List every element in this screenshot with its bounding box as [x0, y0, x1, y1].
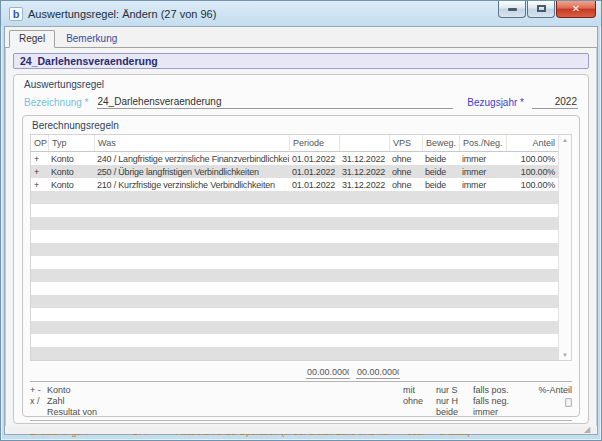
table-scrollbar[interactable]: ▲ ▼ [558, 135, 571, 360]
cell-was: 210 / Kurzfristige verzinsliche Verbindl… [94, 180, 289, 190]
legend-op-labels: Konto Zahl Resultat von [47, 385, 93, 418]
bezugsjahr-label: Bezugsjahr * [467, 97, 524, 108]
delete-icon[interactable] [565, 398, 572, 407]
rules-table: OP Typ Was Periode VPS Beweg. Pos./Neg. … [30, 134, 572, 361]
app-window: b Auswertungsregel: Ändern (27 von 96) ✕… [0, 0, 602, 441]
cell-anteil: 100.00% [506, 167, 558, 177]
col-anteil: Anteil [506, 135, 558, 151]
table-row-empty[interactable] [31, 347, 558, 360]
col-beweg: Beweg. [422, 135, 459, 151]
legend-beweg-options: nur S nur H beide [436, 385, 473, 418]
table-row-empty[interactable] [31, 308, 558, 321]
legend-posneg-options: falls pos. falls neg. immer [473, 385, 520, 418]
cell-anteil: 100.00% [506, 180, 558, 190]
tab-bemerkung[interactable]: Bemerkung [57, 31, 126, 47]
table-row[interactable]: +Konto210 / Kurzfristige verzinsliche Ve… [31, 178, 558, 191]
cell-von: 01.01.2022 [289, 180, 339, 190]
minimize-button[interactable] [498, 1, 526, 18]
tab-bar: Regel Bemerkung [5, 27, 597, 48]
table-row[interactable]: +Konto240 / Langfristige verzinsliche Fi… [31, 152, 558, 165]
close-button[interactable]: ✕ [556, 1, 596, 18]
legend-anteil: %-Anteil [520, 385, 572, 410]
periode-bis-input[interactable] [356, 365, 400, 379]
cell-posneg: immer [459, 154, 506, 164]
cell-was: 250 / Übrige langfristigen Verbindlichke… [94, 167, 289, 177]
table-row-empty[interactable] [31, 282, 558, 295]
tab-regel[interactable]: Regel [9, 30, 55, 48]
cell-op: + [31, 180, 48, 190]
rules-table-main: OP Typ Was Periode VPS Beweg. Pos./Neg. … [31, 135, 558, 360]
close-icon: ✕ [572, 3, 580, 14]
rule-name-header: 24_Darlehensveraenderung [13, 53, 589, 69]
legend-op-symbols: + - x / [30, 385, 47, 407]
scroll-down-icon[interactable]: ▼ [562, 352, 568, 358]
groupbox-berechnungsregeln: Berechnungsregeln OP Typ Was Periode VPS [22, 115, 580, 417]
col-posneg: Pos./Neg. [459, 135, 506, 151]
separator-bottom [30, 420, 572, 421]
legend: + - x / Konto Zahl Resultat von mit [30, 385, 572, 418]
rules-table-body: +Konto240 / Langfristige verzinsliche Fi… [31, 152, 558, 360]
cell-vps: ohne [389, 154, 422, 164]
col-vps: VPS [389, 135, 422, 151]
bezugsjahr-input[interactable] [532, 95, 578, 109]
cell-beweg: beide [422, 180, 459, 190]
tab-page-regel: 24_Darlehensveraenderung Auswertungsrege… [5, 48, 597, 426]
col-periode: Periode [289, 135, 339, 151]
cell-bis: 31.12.2022 [339, 167, 389, 177]
window-controls: ✕ [498, 1, 596, 26]
periode-von-input[interactable] [306, 365, 350, 379]
title-bar[interactable]: b Auswertungsregel: Ändern (27 von 96) ✕ [1, 1, 601, 26]
groupbox-auswertungsregel: Auswertungsregel Bezeichnung * Bezugsjah… [13, 74, 589, 424]
row-editor [30, 365, 572, 379]
bezeichnung-input[interactable] [97, 95, 454, 109]
minimize-icon [508, 8, 517, 11]
bezeichnung-label: Bezeichnung * [24, 97, 89, 108]
table-row-empty[interactable] [31, 204, 558, 217]
table-row-empty[interactable] [31, 191, 558, 204]
table-row-empty[interactable] [31, 243, 558, 256]
table-row-empty[interactable] [31, 230, 558, 243]
groupbox-berechnungsregeln-label: Berechnungsregeln [30, 118, 572, 134]
maximize-button[interactable] [527, 1, 555, 18]
col-typ: Typ [48, 135, 94, 151]
window-title: Auswertungsregel: Ändern (27 von 96) [28, 8, 216, 20]
table-row-empty[interactable] [31, 295, 558, 308]
legend-vps-options: mit ohne [403, 385, 436, 407]
rules-table-header: OP Typ Was Periode VPS Beweg. Pos./Neg. … [31, 135, 558, 152]
cell-op: + [31, 167, 48, 177]
cell-vps: ohne [389, 180, 422, 190]
cell-op: + [31, 154, 48, 164]
resize-grip-icon[interactable]: ◢ [584, 426, 593, 434]
rule-fields-row: Bezeichnung * Bezugsjahr * [22, 93, 580, 115]
col-was: Was [94, 135, 289, 151]
table-row-empty[interactable] [31, 256, 558, 269]
app-icon: b [9, 7, 23, 21]
cell-bis: 31.12.2022 [339, 154, 389, 164]
col-op: OP [31, 135, 48, 151]
table-row-empty[interactable] [31, 269, 558, 282]
groupbox-auswertungsregel-label: Auswertungsregel [22, 77, 580, 93]
cell-was: 240 / Langfristige verzinsliche Finanzve… [94, 154, 289, 164]
scroll-up-icon[interactable]: ▲ [562, 137, 568, 143]
table-row-empty[interactable] [31, 321, 558, 334]
separator-top [30, 381, 572, 382]
cell-typ: Konto [48, 154, 94, 164]
cell-anteil: 100.00% [506, 154, 558, 164]
col-periode-bis [339, 135, 389, 151]
cell-beweg: beide [422, 167, 459, 177]
cell-von: 01.01.2022 [289, 154, 339, 164]
cell-typ: Konto [48, 167, 94, 177]
cell-posneg: immer [459, 180, 506, 190]
cell-von: 01.01.2022 [289, 167, 339, 177]
cell-bis: 31.12.2022 [339, 180, 389, 190]
table-row-empty[interactable] [31, 217, 558, 230]
table-row[interactable]: +Konto250 / Übrige langfristigen Verbind… [31, 165, 558, 178]
client-area: Regel Bemerkung 24_Darlehensveraenderung… [4, 26, 598, 435]
table-row-empty[interactable] [31, 334, 558, 347]
window-frame-bottom [1, 435, 601, 440]
cell-posneg: immer [459, 167, 506, 177]
status-strip: ◢ [8, 426, 594, 434]
cell-typ: Konto [48, 180, 94, 190]
cell-beweg: beide [422, 154, 459, 164]
cell-vps: ohne [389, 167, 422, 177]
